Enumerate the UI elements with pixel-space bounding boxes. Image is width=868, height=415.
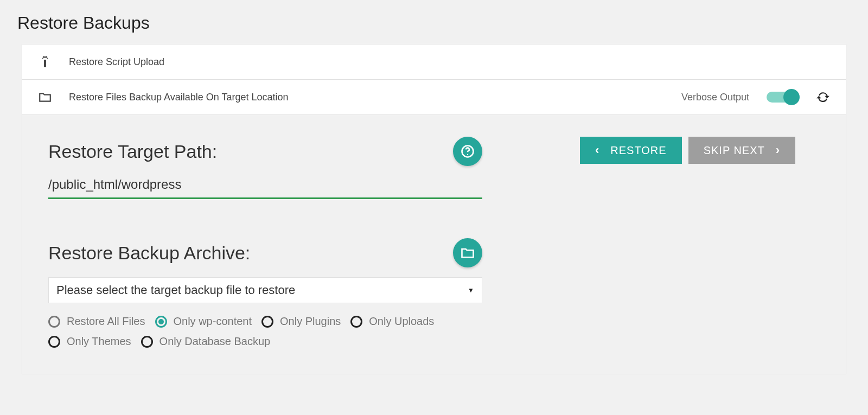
radio-label: Only Uploads: [369, 315, 434, 328]
accordion-label: Restore Script Upload: [69, 56, 164, 68]
radio-label: Only Plugins: [280, 315, 341, 328]
remote-upload-icon: [37, 54, 53, 69]
svg-rect-0: [44, 60, 46, 67]
main-panel: Restore Script Upload Restore Files Back…: [22, 44, 846, 374]
verbose-output-label: Verbose Output: [681, 92, 749, 103]
restore-target-path-title: Restore Target Path:: [48, 141, 217, 162]
action-buttons: ‹ RESTORE SKIP NEXT ›: [580, 137, 795, 164]
radio-restore-all[interactable]: Restore All Files: [48, 315, 145, 328]
radio-label: Only wp-content: [174, 315, 252, 328]
skip-next-button[interactable]: SKIP NEXT ›: [688, 137, 795, 164]
accordion-restore-files[interactable]: Restore Files Backup Available On Target…: [22, 80, 846, 115]
chevron-right-icon: ›: [776, 143, 780, 157]
chevron-left-icon: ‹: [595, 143, 599, 157]
svg-point-2: [467, 154, 468, 155]
radio-only-database[interactable]: Only Database Backup: [141, 335, 271, 348]
content-area: Restore Target Path: Restore Backup Arch…: [22, 115, 846, 374]
restore-archive-title: Restore Backup Archive:: [48, 242, 250, 264]
restore-scope-radios: Restore All Files Only wp-content Only P…: [48, 315, 482, 348]
radio-only-themes[interactable]: Only Themes: [48, 335, 131, 348]
chevron-down-icon: ▼: [468, 286, 474, 294]
refresh-icon[interactable]: [815, 90, 831, 105]
radio-label: Only Database Backup: [159, 335, 271, 348]
browse-archive-button[interactable]: [453, 238, 482, 267]
radio-label: Restore All Files: [67, 315, 145, 328]
archive-select-placeholder: Please select the target backup file to …: [56, 283, 295, 297]
radio-only-plugins[interactable]: Only Plugins: [261, 315, 341, 328]
radio-only-uploads[interactable]: Only Uploads: [350, 315, 434, 328]
help-button[interactable]: [453, 137, 482, 166]
button-label: RESTORE: [610, 144, 666, 157]
accordion-restore-script-upload[interactable]: Restore Script Upload: [22, 44, 846, 80]
radio-label: Only Themes: [67, 335, 131, 348]
target-path-input[interactable]: [48, 166, 482, 199]
page-title: Restore Backups: [0, 0, 868, 44]
accordion-label: Restore Files Backup Available On Target…: [69, 92, 289, 103]
verbose-output-toggle[interactable]: [767, 92, 798, 103]
radio-only-wp-content[interactable]: Only wp-content: [155, 315, 252, 328]
button-label: SKIP NEXT: [704, 144, 765, 157]
restore-button[interactable]: ‹ RESTORE: [580, 137, 682, 164]
folder-icon: [37, 90, 53, 105]
archive-select[interactable]: Please select the target backup file to …: [48, 277, 482, 303]
